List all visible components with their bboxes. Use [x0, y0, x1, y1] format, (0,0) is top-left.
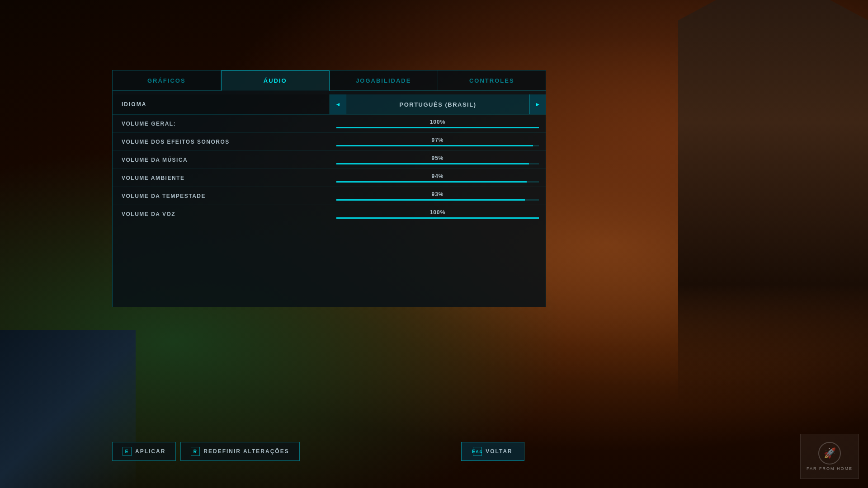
- setting-label-2: VOLUME DA MÚSICA: [113, 157, 330, 163]
- setting-control-5[interactable]: 100%: [330, 209, 546, 219]
- setting-row-0: VOLUME GERAL:100%: [113, 115, 546, 133]
- back-label: VOLTAR: [486, 448, 513, 455]
- slider-track-0[interactable]: [336, 127, 539, 128]
- setting-control-0[interactable]: 100%: [330, 119, 546, 128]
- slider-container-4[interactable]: 93%: [330, 191, 546, 201]
- language-label: IDIOMA: [113, 101, 330, 108]
- bottom-bar: E APLICAR R REDEFINIR ALTERAÇÕES Esc VOL…: [112, 442, 868, 461]
- setting-control-3[interactable]: 94%: [330, 173, 546, 183]
- logo-icon: 🚀: [818, 442, 841, 465]
- slider-track-3[interactable]: [336, 181, 539, 183]
- setting-row-1: VOLUME DOS EFEITOS SONOROS97%: [113, 133, 546, 151]
- tab-jogabilidade[interactable]: JOGABILIDADE: [330, 70, 438, 90]
- slider-container-3[interactable]: 94%: [330, 173, 546, 183]
- setting-label-1: VOLUME DOS EFEITOS SONOROS: [113, 139, 330, 145]
- slider-value-0: 100%: [430, 119, 446, 125]
- reset-key: R: [191, 447, 200, 456]
- slider-value-5: 100%: [430, 209, 446, 216]
- tab-audio[interactable]: ÁUDIO: [221, 70, 330, 91]
- astronaut-silhouette: [678, 0, 868, 407]
- slider-fill-4: [336, 199, 525, 201]
- reset-button[interactable]: R REDEFINIR ALTERAÇÕES: [180, 442, 299, 461]
- volume-rows-container: VOLUME GERAL:100%VOLUME DOS EFEITOS SONO…: [113, 115, 546, 223]
- slider-container-1[interactable]: 97%: [330, 137, 546, 146]
- back-button[interactable]: Esc VOLTAR: [461, 442, 524, 461]
- tab-controles[interactable]: CONTROLES: [438, 70, 546, 90]
- slider-track-2[interactable]: [336, 163, 539, 164]
- apply-key: E: [123, 447, 132, 456]
- slider-fill-1: [336, 145, 533, 146]
- slider-container-5[interactable]: 100%: [330, 209, 546, 219]
- slider-value-2: 95%: [431, 155, 443, 161]
- reset-label: REDEFINIR ALTERAÇÕES: [203, 448, 289, 455]
- slider-fill-5: [336, 217, 539, 219]
- game-logo: 🚀 FAR FROM HOME: [800, 434, 859, 479]
- setting-control-1[interactable]: 97%: [330, 137, 546, 146]
- setting-row-4: VOLUME DA TEMPESTADE93%: [113, 187, 546, 205]
- language-arrow-left[interactable]: ◄: [330, 94, 346, 114]
- apply-button[interactable]: E APLICAR: [112, 442, 176, 461]
- slider-fill-0: [336, 127, 539, 128]
- setting-row-3: VOLUME AMBIENTE94%: [113, 169, 546, 187]
- logo-text: FAR FROM HOME: [807, 466, 853, 471]
- slider-value-3: 94%: [431, 173, 443, 179]
- slider-value-4: 93%: [431, 191, 443, 197]
- language-arrow-right[interactable]: ►: [529, 94, 546, 114]
- setting-control-2[interactable]: 95%: [330, 155, 546, 164]
- tabs-container: GRÁFICOS ÁUDIO JOGABILIDADE CONTROLES: [113, 70, 546, 91]
- setting-label-4: VOLUME DA TEMPESTADE: [113, 193, 330, 199]
- slider-value-1: 97%: [431, 137, 443, 143]
- slider-fill-2: [336, 163, 529, 164]
- language-row: IDIOMA ◄ PORTUGUÊS (BRASIL) ►: [113, 94, 546, 115]
- setting-label-3: VOLUME AMBIENTE: [113, 175, 330, 181]
- back-key: Esc: [473, 447, 482, 456]
- setting-label-0: VOLUME GERAL:: [113, 121, 330, 127]
- vehicle-silhouette: [0, 330, 136, 488]
- setting-label-5: VOLUME DA VOZ: [113, 211, 330, 217]
- settings-area: IDIOMA ◄ PORTUGUÊS (BRASIL) ► VOLUME GER…: [113, 91, 546, 227]
- slider-container-2[interactable]: 95%: [330, 155, 546, 164]
- settings-dialog: GRÁFICOS ÁUDIO JOGABILIDADE CONTROLES ID…: [112, 70, 546, 307]
- slider-track-4[interactable]: [336, 199, 539, 201]
- slider-track-5[interactable]: [336, 217, 539, 219]
- tab-graficos[interactable]: GRÁFICOS: [113, 70, 221, 90]
- setting-row-5: VOLUME DA VOZ100%: [113, 205, 546, 223]
- slider-container-0[interactable]: 100%: [330, 119, 546, 128]
- language-selector: ◄ PORTUGUÊS (BRASIL) ►: [330, 94, 546, 114]
- apply-label: APLICAR: [135, 448, 165, 455]
- language-value: PORTUGUÊS (BRASIL): [346, 101, 529, 108]
- setting-control-4[interactable]: 93%: [330, 191, 546, 201]
- setting-row-2: VOLUME DA MÚSICA95%: [113, 151, 546, 169]
- slider-track-1[interactable]: [336, 145, 539, 146]
- slider-fill-3: [336, 181, 527, 183]
